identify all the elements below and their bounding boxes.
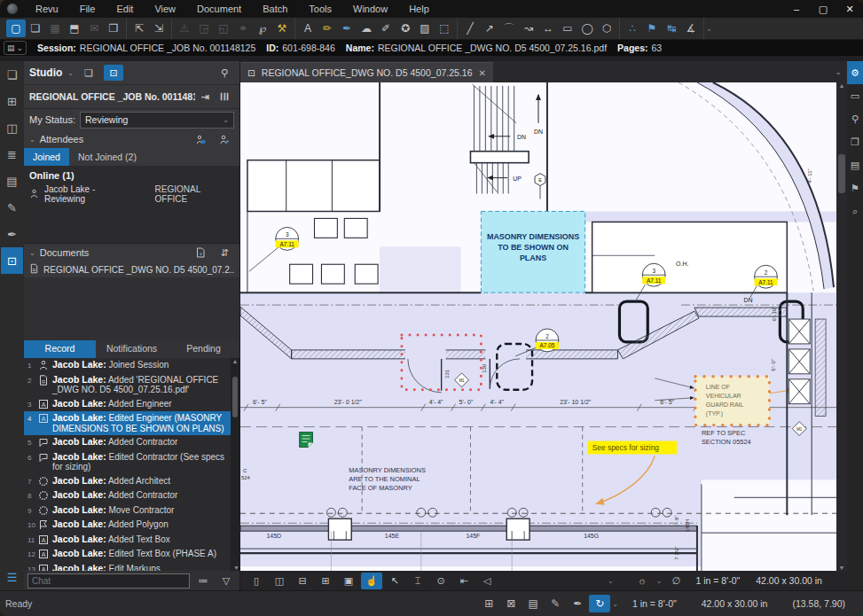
- menu-help[interactable]: Help: [398, 2, 440, 16]
- scroll-down-icon[interactable]: ▼: [233, 565, 239, 571]
- compare-view-icon[interactable]: ▣: [338, 573, 359, 589]
- sets-panel-icon[interactable]: ⊞: [1, 88, 23, 114]
- snapshot-paste-icon[interactable]: ◱: [214, 19, 233, 37]
- count-icon[interactable]: ∴: [623, 19, 642, 37]
- record-entry[interactable]: 8Jacob Lake: Added Contractor: [24, 488, 231, 503]
- record-entry[interactable]: 1Jacob Lake: Joined Session: [24, 358, 231, 373]
- attach-icon[interactable]: ℘: [253, 19, 272, 37]
- tab-pending[interactable]: Pending: [168, 340, 239, 358]
- panel-collapse-icon[interactable]: ⌄: [829, 67, 847, 76]
- flatten-icon[interactable]: ⚒: [272, 19, 292, 37]
- toolbar-overflow-icon[interactable]: ⌄: [704, 25, 714, 33]
- alert-icon[interactable]: ⚠: [175, 19, 194, 37]
- collapse-icon[interactable]: ⌄: [29, 249, 35, 257]
- reuse-markup-icon[interactable]: ↻: [589, 595, 610, 612]
- record-entry[interactable]: 6Jacob Lake: Edited Contractor (See spec…: [24, 450, 231, 474]
- session-list-icon[interactable]: ❏: [79, 65, 98, 81]
- menu-tools[interactable]: Tools: [298, 2, 342, 16]
- first-page-icon[interactable]: ⇤: [453, 573, 475, 589]
- close-tab-icon[interactable]: ✕: [479, 68, 486, 78]
- attendee-row[interactable]: Jacob Lake - Reviewing REGIONAL OFFICE: [24, 183, 239, 206]
- rectangle-icon[interactable]: ▭: [558, 19, 577, 37]
- links-panel-icon[interactable]: ❐: [847, 130, 863, 153]
- scroll-thumb[interactable]: [232, 377, 238, 417]
- overlay-view-icon[interactable]: ⊞: [315, 573, 336, 589]
- sort-documents-icon[interactable]: ⇵: [215, 245, 234, 261]
- chat-log-icon[interactable]: ≔: [193, 573, 213, 589]
- arrow-icon[interactable]: ↗: [480, 19, 499, 37]
- scroll-down-icon[interactable]: ▼: [839, 565, 845, 571]
- record-entry[interactable]: 4AJacob Lake: Edited Engineer (MASONRY D…: [24, 411, 231, 435]
- measure-icon[interactable]: ↹: [662, 19, 681, 37]
- paste-icon[interactable]: ◲: [194, 19, 214, 37]
- record-entry[interactable]: 13AJacob Lake: Edit Markups: [24, 562, 231, 572]
- menu-document[interactable]: Document: [186, 2, 252, 16]
- ellipse-icon[interactable]: ◯: [577, 19, 597, 37]
- document-selector[interactable]: ▤⌄: [4, 41, 27, 55]
- image-icon[interactable]: ▨: [415, 19, 435, 37]
- flag-icon[interactable]: ⚑: [642, 19, 662, 37]
- document-item[interactable]: REGIONAL OFFICE _DWG NO. D5 4500_07.2...: [24, 261, 239, 277]
- filter-icon[interactable]: ▽: [216, 573, 236, 589]
- line-icon[interactable]: ╱: [460, 19, 480, 37]
- dimension-icon[interactable]: ↔: [538, 19, 558, 37]
- markups-list-toggle[interactable]: ☰: [1, 564, 23, 590]
- pin-icon[interactable]: ⚲: [215, 65, 234, 81]
- record-entry[interactable]: 5Jacob Lake: Added Contractor: [24, 435, 231, 450]
- search-panel-icon[interactable]: ⌕: [847, 199, 863, 222]
- callout-tool-icon[interactable]: ✐: [376, 19, 396, 37]
- studio-panel-icon[interactable]: ⊡: [1, 247, 23, 274]
- record-entry[interactable]: 12AJacob Lake: Edited Text Box (PHASE A): [24, 547, 231, 562]
- select-tool-icon[interactable]: ↖: [384, 573, 405, 589]
- tab-record[interactable]: Record: [24, 340, 96, 358]
- thumbnails-panel-icon[interactable]: ❏: [1, 61, 23, 88]
- cloud-tool-icon[interactable]: ☁: [357, 19, 376, 37]
- save-icon[interactable]: ▦: [45, 19, 65, 37]
- vertical-scrollbar[interactable]: ▲▼: [836, 82, 847, 571]
- zoom-tool-icon[interactable]: ⊙: [430, 573, 451, 589]
- print-icon[interactable]: ⬒: [65, 19, 84, 37]
- snapshot-icon[interactable]: ⬚: [435, 19, 454, 37]
- my-status-dropdown[interactable]: Reviewing ⌄: [80, 112, 234, 129]
- studio-title[interactable]: Studio: [29, 66, 62, 79]
- properties-panel-icon[interactable]: ⚙: [847, 61, 863, 84]
- snap-toggle-icon[interactable]: ⊠: [500, 595, 522, 612]
- lock-session-icon[interactable]: [191, 131, 210, 147]
- spaces-panel-icon[interactable]: ⚲: [847, 107, 863, 130]
- layouts-icon[interactable]: ❐: [104, 19, 123, 37]
- add-document-icon[interactable]: [191, 245, 210, 261]
- menu-revu[interactable]: Revu: [25, 2, 69, 16]
- close-button[interactable]: ✕: [836, 2, 863, 17]
- split-vertical-view-icon[interactable]: ◫: [269, 573, 290, 589]
- pen-tool-1-icon[interactable]: ✎: [545, 595, 566, 612]
- menu-window[interactable]: Window: [342, 2, 398, 16]
- email-icon[interactable]: ✉: [84, 19, 104, 37]
- active-session-icon[interactable]: ⊡: [104, 65, 123, 81]
- file-access-panel-icon[interactable]: ▤: [847, 153, 863, 176]
- minimize-button[interactable]: –: [783, 2, 810, 16]
- import-document-icon[interactable]: ⇱: [129, 19, 149, 37]
- add-attendee-icon[interactable]: [215, 131, 234, 147]
- tab-notifications[interactable]: Notifications: [96, 340, 168, 358]
- polygon-tool-icon[interactable]: ⬡: [597, 19, 616, 37]
- stamp-icon[interactable]: ✪: [396, 19, 415, 37]
- menu-edit[interactable]: Edit: [106, 2, 144, 16]
- measurements-panel-icon[interactable]: ▭: [847, 84, 863, 107]
- pen-icon[interactable]: ✒: [337, 19, 357, 37]
- grid-toggle-icon[interactable]: ⊞: [478, 595, 499, 612]
- scroll-thumb[interactable]: [838, 154, 845, 193]
- scroll-up-icon[interactable]: ▲: [232, 358, 239, 364]
- chat-input[interactable]: [27, 573, 190, 589]
- single-page-view-icon[interactable]: ▯: [246, 573, 267, 589]
- document-tab[interactable]: ⊡ REGIONAL OFFICE_DWG NO. D5 4500_07.25.…: [240, 62, 493, 82]
- polyline-icon[interactable]: ↝: [519, 19, 538, 37]
- textbox-icon[interactable]: A: [298, 19, 318, 37]
- select-text-tool-icon[interactable]: ⌶: [407, 573, 428, 589]
- record-entry[interactable]: 9Jacob Lake: Move Contractor: [24, 503, 231, 519]
- new-document-icon[interactable]: ▢: [6, 19, 26, 37]
- tags-panel-icon[interactable]: ⚑: [847, 176, 863, 199]
- signatures-panel-icon[interactable]: ✒: [1, 221, 23, 247]
- menu-view[interactable]: View: [144, 2, 186, 16]
- menu-batch[interactable]: Batch: [252, 2, 298, 16]
- layers-panel-icon[interactable]: ≣: [1, 141, 23, 168]
